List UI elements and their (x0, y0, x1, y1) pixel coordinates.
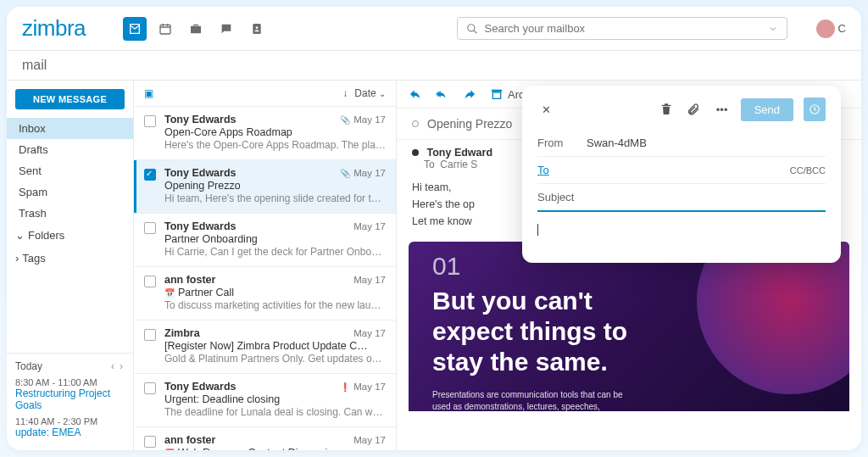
section-tags[interactable]: ›Tags (7, 247, 133, 270)
message-checkbox[interactable] (144, 276, 156, 287)
reader-from: Tony Edward (426, 147, 492, 159)
chevron-down-icon[interactable] (768, 24, 778, 34)
message-date: May 17 (353, 274, 386, 286)
dot-icon (412, 149, 419, 156)
more-icon[interactable]: ••• (714, 103, 731, 116)
message-row[interactable]: Tony Edwards📎May 17Opening PrezzoHi team… (134, 160, 396, 214)
event-title[interactable]: Restructuring Project Goals (15, 387, 125, 411)
breadcrumb: mail (7, 51, 861, 81)
close-icon[interactable]: ✕ (537, 103, 554, 116)
section-folders[interactable]: ⌄Folders (7, 224, 133, 247)
message-subject: 📅 Web Revamp: Content Discussion (164, 447, 386, 450)
message-from: Tony Edwards (164, 114, 236, 125)
reader-subject: Opening Prezzo (427, 117, 512, 131)
message-row[interactable]: Tony Edwards📎May 17Open-Core Apps Roadma… (134, 107, 396, 160)
send-button[interactable]: Send (741, 98, 793, 121)
compose-panel: ✕ ••• Send From Swan-4dMB To CC/BCC (522, 86, 841, 263)
folder-trash[interactable]: Trash (7, 203, 133, 224)
search-box[interactable] (457, 17, 787, 40)
folder-spam[interactable]: Spam (7, 181, 133, 203)
nav-mail-icon[interactable] (123, 17, 147, 41)
user-menu[interactable]: C (808, 20, 846, 38)
message-checkbox[interactable] (144, 382, 156, 394)
svg-point-4 (467, 24, 474, 31)
forward-icon[interactable] (463, 87, 476, 101)
svg-rect-0 (160, 25, 170, 34)
message-row[interactable]: Tony Edwards❗May 17Urgent: Deadline clos… (134, 374, 396, 427)
folder-sent[interactable]: Sent (7, 160, 133, 181)
message-from: Tony Edwards (164, 167, 236, 179)
hero-slide: 01 But you can't expect things to stay t… (409, 242, 849, 411)
compose-body[interactable] (537, 212, 826, 237)
message-subject: Urgent: Deadline closing (164, 393, 386, 405)
message-date: 📎May 17 (340, 114, 386, 125)
message-checkbox[interactable] (144, 169, 156, 181)
message-date: May 17 (353, 434, 386, 446)
unread-dot-icon (412, 120, 419, 127)
attachment-icon: 📎 (340, 169, 350, 178)
message-preview: Gold & Platinum Partners Only. Get updat… (164, 353, 386, 365)
cc-bcc-toggle[interactable]: CC/BCC (790, 165, 826, 176)
from-value[interactable]: Swan-4dMB (587, 137, 826, 149)
message-date: 📎May 17 (340, 167, 386, 179)
event-title[interactable]: update: EMEA (15, 426, 125, 438)
message-from: Tony Edwards (164, 220, 236, 232)
calendar-next-icon[interactable]: › (118, 360, 125, 372)
event-time: 11:40 AM - 2:30 PM (15, 416, 125, 426)
calendar-prev-icon[interactable]: ‹ (109, 360, 116, 372)
nav-chat-icon[interactable] (214, 17, 238, 41)
from-label: From (537, 137, 578, 149)
sort-arrow-icon[interactable]: ↓ (342, 87, 348, 99)
message-date: May 17 (353, 327, 386, 339)
message-checkbox[interactable] (144, 222, 156, 234)
message-preview: Here's the Open-Core Apps Roadmap. The p… (164, 139, 386, 151)
sort-label[interactable]: Date ⌄ (354, 87, 386, 99)
message-subject: Open-Core Apps Roadmap (164, 126, 386, 138)
nav-contacts-icon[interactable] (245, 17, 269, 41)
calendar-icon: 📅 (164, 449, 175, 451)
schedule-icon[interactable] (804, 98, 826, 121)
svg-rect-6 (492, 92, 500, 98)
attachment-icon[interactable] (687, 103, 704, 116)
message-from: Tony Edwards (164, 381, 236, 393)
message-preview: The deadline for Lunala deal is closing.… (164, 406, 386, 418)
archive-icon (490, 87, 504, 101)
message-row[interactable]: Tony EdwardsMay 17Partner OnboardingHi C… (134, 214, 396, 267)
message-preview: Hi team, Here's the opening slide create… (164, 192, 386, 204)
user-initial: C (838, 22, 846, 35)
message-date: ❗May 17 (340, 381, 386, 393)
nav-calendar-icon[interactable] (153, 17, 177, 41)
avatar (816, 20, 835, 38)
chevron-right-icon: › (15, 252, 19, 265)
trash-icon[interactable] (659, 103, 676, 116)
nav-briefcase-icon[interactable] (184, 17, 208, 41)
search-input[interactable] (485, 22, 761, 35)
message-checkbox[interactable] (144, 329, 156, 341)
chevron-down-icon: ⌄ (379, 89, 386, 98)
message-preview: To discuss marketing activities for the … (164, 299, 386, 311)
to-label[interactable]: To (537, 164, 578, 176)
search-icon (466, 23, 478, 35)
folder-drafts[interactable]: Drafts (7, 139, 133, 160)
calendar-icon: 📅 (164, 288, 175, 298)
message-subject: [Register Now] Zimbra Product Update C… (164, 340, 386, 352)
message-preview: Hi Carrie, Can I get the deck for Partne… (164, 246, 386, 258)
message-subject: Opening Prezzo (164, 180, 386, 192)
message-checkbox[interactable] (144, 436, 156, 448)
select-all-icon[interactable]: ▣ (144, 87, 153, 99)
reply-all-icon[interactable] (436, 87, 449, 101)
event-time: 8:30 AM - 11:00 AM (15, 377, 125, 387)
message-row[interactable]: ann fosterMay 17📅 Web Revamp: Content Di… (134, 427, 396, 450)
reply-icon[interactable] (409, 87, 422, 101)
message-row[interactable]: ZimbraMay 17[Register Now] Zimbra Produc… (134, 320, 396, 374)
attachment-icon: 📎 (340, 115, 350, 125)
message-row[interactable]: ann fosterMay 17📅 Partner CallTo discuss… (134, 267, 396, 320)
folder-inbox[interactable]: Inbox (7, 118, 133, 139)
new-message-button[interactable]: NEW MESSAGE (15, 89, 125, 109)
hero-subtitle: Presentations are communication tools th… (432, 389, 627, 411)
message-from: Zimbra (164, 327, 200, 339)
message-from: ann foster (164, 434, 215, 446)
message-subject: Partner Onboarding (164, 233, 386, 245)
message-checkbox[interactable] (144, 115, 156, 127)
svg-point-3 (256, 26, 259, 29)
